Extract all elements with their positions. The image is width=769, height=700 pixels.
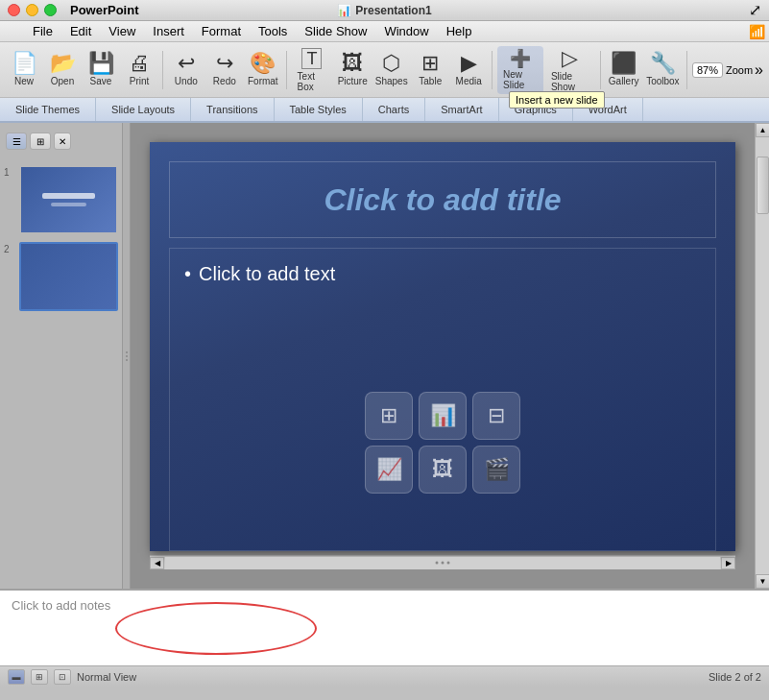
format-icon: 🎨 <box>250 53 276 74</box>
redo-button[interactable]: ↪ Redo <box>206 46 243 94</box>
vscroll-down[interactable]: ▼ <box>756 574 769 589</box>
shapes-button[interactable]: ⬡ Shapes <box>372 46 410 94</box>
insert-table-icon[interactable]: ⊞ <box>365 392 413 440</box>
close-button[interactable] <box>8 4 20 16</box>
insert-media-icon[interactable]: 🎬 <box>472 446 520 494</box>
tab-transitions[interactable]: Transitions <box>191 98 274 121</box>
tab-slide-themes[interactable]: Slide Themes <box>0 98 96 121</box>
new-button[interactable]: 📄 New <box>6 46 42 94</box>
slide-1-title-line <box>42 193 95 199</box>
toolbar-separator-2 <box>286 51 287 89</box>
menu-edit[interactable]: Edit <box>62 22 99 40</box>
open-button[interactable]: 📂 Open <box>44 46 81 94</box>
panel-view-controls: ☰ ⊞ ✕ <box>4 131 118 152</box>
format-button[interactable]: 🎨 Format <box>245 46 281 94</box>
slide-preview-1[interactable] <box>19 165 118 234</box>
titlebar-right: ⤢ <box>749 1 761 19</box>
vscroll-thumb[interactable] <box>757 157 769 214</box>
minimize-button[interactable] <box>26 4 38 16</box>
undo-button[interactable]: ↩ Undo <box>168 46 204 94</box>
vertical-scrollbar[interactable]: ▲ ▼ <box>755 123 769 589</box>
toolbar-overflow[interactable]: » <box>755 61 763 79</box>
toolbox-button[interactable]: 🔧 Toolbox <box>644 46 682 94</box>
menu-slideshow[interactable]: Slide Show <box>297 22 374 40</box>
notes-area[interactable]: Click to add notes <box>0 589 769 665</box>
tooltip: Insert a new slide <box>509 91 605 109</box>
toolbar-separator-4 <box>600 51 601 89</box>
shapes-icon: ⬡ <box>382 53 400 74</box>
media-button[interactable]: ▶ Media <box>450 46 487 94</box>
slide-thumb-2: 2 <box>4 242 118 311</box>
zoom-value[interactable]: 87% <box>692 62 723 78</box>
new-slide-icon: ➕ <box>510 50 531 67</box>
titlebar-controls: PowerPoint <box>8 3 139 17</box>
status-normal-view[interactable]: ▬ <box>8 669 25 685</box>
toolbar-separator-5 <box>686 51 687 89</box>
resize-dots <box>126 351 128 361</box>
gallery-icon: ⬛ <box>611 53 637 74</box>
resize-icon[interactable]: ⤢ <box>749 1 761 19</box>
panel-view-grid[interactable]: ⊞ <box>30 133 51 150</box>
insert-chart2-icon[interactable]: 📈 <box>365 446 413 494</box>
menu-format[interactable]: Format <box>194 22 249 40</box>
maximize-button[interactable] <box>44 4 57 16</box>
statusbar-views: ▬ ⊞ ⊡ Normal View <box>8 669 136 685</box>
insert-smartart-icon[interactable]: ⊟ <box>472 392 520 440</box>
toolbar: 📄 New 📂 Open 💾 Save 🖨 Print ↩ Undo ↪ Red… <box>0 42 769 98</box>
tab-table-styles[interactable]: Table Styles <box>275 98 363 121</box>
print-icon: 🖨 <box>129 53 150 74</box>
menu-view[interactable]: View <box>101 22 143 40</box>
hscroll-left[interactable]: ◀ <box>150 557 164 569</box>
menu-insert[interactable]: Insert <box>145 22 192 40</box>
slide-content-text: Click to add text <box>184 263 701 285</box>
table-button[interactable]: ⊞ Table <box>412 46 448 94</box>
tab-slide-layouts[interactable]: Slide Layouts <box>96 98 191 121</box>
panel-view-list[interactable]: ☰ <box>6 133 27 150</box>
table-icon: ⊞ <box>421 53 439 74</box>
status-notes-view[interactable]: ⊡ <box>54 669 71 685</box>
menubar: File Edit View Insert Format Tools Slide… <box>0 21 769 42</box>
menu-window[interactable]: Window <box>376 22 436 40</box>
zoom-control[interactable]: 87% Zoom <box>692 62 753 78</box>
redo-icon: ↪ <box>216 53 233 74</box>
undo-icon: ↩ <box>178 53 195 74</box>
panel-resize-handle[interactable] <box>123 123 131 589</box>
menu-tools[interactable]: Tools <box>251 22 295 40</box>
status-grid-view[interactable]: ⊞ <box>31 669 48 685</box>
save-button[interactable]: 💾 Save <box>83 46 119 94</box>
tab-charts[interactable]: Charts <box>363 98 425 121</box>
slide-canvas[interactable]: Click to add title Click to add text ⊞ 📊… <box>150 142 735 551</box>
slide-thumb-1: 1 <box>4 165 118 234</box>
slide-number-1: 1 <box>4 167 15 178</box>
apple-menu[interactable] <box>4 30 19 34</box>
notes-placeholder[interactable]: Click to add notes <box>12 598 110 613</box>
toolbar-separator-1 <box>162 51 163 89</box>
slide-icons-grid: ⊞ 📊 ⊟ 📈 🖼 🎬 <box>365 392 520 494</box>
tab-smartart[interactable]: SmartArt <box>425 98 498 121</box>
insert-chart-icon[interactable]: 📊 <box>419 392 467 440</box>
slide-preview-2[interactable] <box>19 242 118 311</box>
horizontal-scrollbar[interactable]: ◀ ▶ <box>150 555 735 569</box>
menu-file[interactable]: File <box>25 22 60 40</box>
new-icon: 📄 <box>12 53 37 74</box>
insert-picture-icon[interactable]: 🖼 <box>419 446 467 494</box>
media-icon: ▶ <box>461 53 477 74</box>
textbox-button[interactable]: T Text Box <box>292 46 333 94</box>
slideshow-button[interactable]: ▷ Slide Show <box>545 46 595 94</box>
panel-view-close[interactable]: ✕ <box>54 133 71 150</box>
vscroll-up[interactable]: ▲ <box>756 123 769 137</box>
hscroll-right[interactable]: ▶ <box>721 557 735 569</box>
titlebar: PowerPoint 📊 Presentation1 ⤢ <box>0 0 769 21</box>
slide-title-area[interactable]: Click to add title <box>169 161 716 238</box>
statusbar: ▬ ⊞ ⊡ Normal View Slide 2 of 2 <box>0 665 769 687</box>
new-slide-button[interactable]: ➕ New Slide <box>497 46 543 94</box>
open-icon: 📂 <box>50 53 76 74</box>
ribbon: Slide Themes Slide Layouts Transitions T… <box>0 98 769 123</box>
gallery-button[interactable]: ⬛ Gallery <box>606 46 642 94</box>
picture-button[interactable]: 🖼 Picture <box>334 46 371 94</box>
menu-help[interactable]: Help <box>439 22 480 40</box>
picture-icon: 🖼 <box>342 53 363 74</box>
print-button[interactable]: 🖨 Print <box>121 46 157 94</box>
wifi-icon: 📶 <box>749 24 765 39</box>
slide-preview-2-inner <box>21 244 116 309</box>
